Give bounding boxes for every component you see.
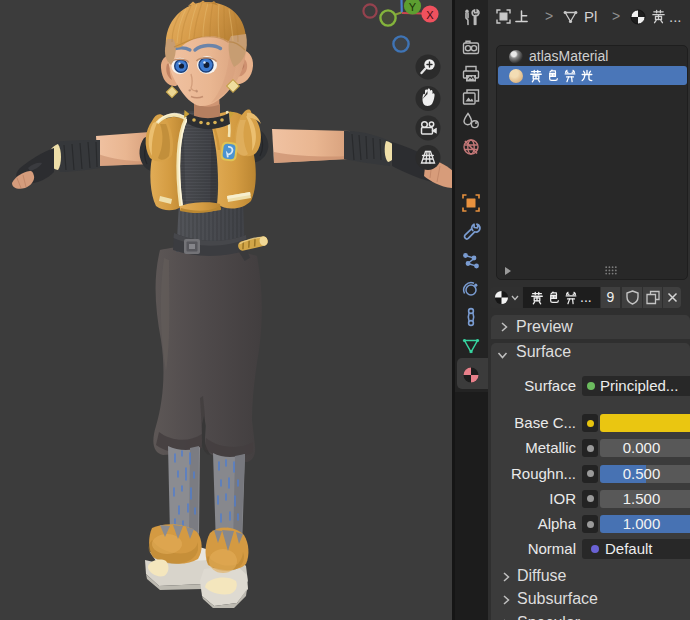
svg-text:Y: Y bbox=[409, 1, 417, 13]
svg-text:X: X bbox=[426, 9, 434, 21]
